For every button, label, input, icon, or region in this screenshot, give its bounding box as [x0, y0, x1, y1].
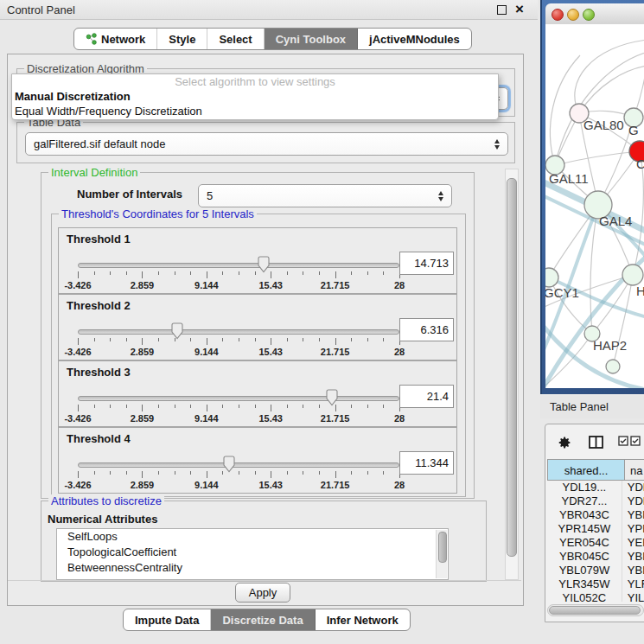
- spinner-arrows-icon[interactable]: [494, 139, 500, 150]
- cell-shared-name[interactable]: YER054C: [547, 536, 622, 550]
- cell-shared-name[interactable]: YIL052C: [547, 591, 622, 602]
- table-row[interactable]: YDL19...YDL1: [547, 481, 644, 494]
- number-of-intervals-spinner[interactable]: 5: [198, 184, 452, 207]
- attribute-item-selfloops[interactable]: SelfLoops: [57, 529, 448, 545]
- gear-icon[interactable]: [558, 436, 571, 452]
- cell-name[interactable]: YBL0: [622, 564, 644, 577]
- cell-name[interactable]: YDL1: [622, 481, 644, 494]
- cell-shared-name[interactable]: YLR345W: [547, 577, 622, 591]
- cell-name[interactable]: YPR1: [622, 522, 644, 536]
- threshold-slider-3[interactable]: -3.4262.8599.14415.4321.71528: [78, 389, 399, 424]
- cell-shared-name[interactable]: YBR045C: [547, 550, 622, 564]
- cell-shared-name[interactable]: YPR145W: [547, 522, 622, 536]
- tick-label: 2.859: [131, 347, 155, 357]
- tab-label: Select: [219, 33, 252, 46]
- apply-button[interactable]: Apply: [235, 583, 290, 603]
- attribute-item-topologicalcoefficient[interactable]: TopologicalCoefficient: [57, 545, 448, 560]
- network-node-h-cut[interactable]: [622, 265, 643, 285]
- split-columns-icon[interactable]: [589, 436, 603, 451]
- threshold-value-field[interactable]: 6.316: [399, 318, 454, 341]
- panel-scrollbar[interactable]: [505, 169, 519, 580]
- node-label-gcy1: GCY1: [545, 285, 579, 300]
- slider-thumb[interactable]: [170, 322, 184, 342]
- slider-thumb[interactable]: [222, 456, 236, 475]
- threshold-slider-2[interactable]: -3.4262.8599.14415.4321.71528: [78, 322, 399, 357]
- scrollbar-thumb[interactable]: [549, 606, 641, 615]
- close-traffic-light-icon[interactable]: [552, 9, 564, 21]
- zoom-traffic-light-icon[interactable]: [583, 9, 595, 21]
- table-row[interactable]: YIL052CYIL0: [547, 591, 644, 602]
- cell-name[interactable]: YLR3: [622, 577, 644, 591]
- tab-discretize-data[interactable]: Discretize Data: [211, 609, 315, 630]
- tick-mark: [126, 271, 127, 275]
- scrollbar-thumb[interactable]: [438, 532, 447, 563]
- list-scrollbar[interactable]: [436, 530, 447, 578]
- cell-shared-name[interactable]: YDL19...: [547, 481, 622, 494]
- network-view-canvas[interactable]: GAL80GCGAL11GAL4GCY1HHAP2: [545, 24, 644, 388]
- tab-jactivemnodules[interactable]: jActiveMNodules: [358, 29, 471, 49]
- tick-label: 2.859: [131, 413, 155, 424]
- float-window-icon[interactable]: [497, 5, 507, 15]
- network-window-titlebar[interactable]: [545, 3, 644, 25]
- network-node-gcy1[interactable]: [545, 268, 558, 287]
- cell-name[interactable]: YIL0: [622, 591, 644, 602]
- threshold-slider-4[interactable]: -3.4262.8599.14415.4321.71528: [78, 456, 399, 490]
- minimize-traffic-light-icon[interactable]: [567, 9, 579, 21]
- checkbox-icon[interactable]: [630, 436, 641, 449]
- tick-mark: [383, 405, 384, 408]
- threshold-value-field[interactable]: 14.713: [399, 252, 454, 275]
- table-row[interactable]: YBL079WYBL0: [547, 564, 644, 577]
- tick-mark: [110, 471, 111, 475]
- table-row[interactable]: YER054CYER0: [547, 536, 644, 550]
- slider-track[interactable]: [78, 263, 399, 268]
- table-row[interactable]: YBR043CYBR0: [547, 508, 644, 522]
- tab-impute-data[interactable]: Impute Data: [124, 609, 211, 630]
- slider-thumb[interactable]: [257, 256, 271, 276]
- threshold-slider-1[interactable]: -3.4262.8599.14415.4321.71528: [78, 256, 399, 290]
- table-row[interactable]: YPR145WYPR1: [547, 522, 644, 536]
- tab-label: Discretize Data: [222, 614, 303, 627]
- scrollbar-thumb[interactable]: [507, 178, 517, 557]
- cell-name[interactable]: YER0: [622, 536, 644, 550]
- tick-mark: [351, 271, 352, 275]
- table-row[interactable]: YBR045CYBR0: [547, 550, 644, 564]
- tab-infer-network[interactable]: Infer Network: [316, 609, 410, 630]
- tab-style[interactable]: Style: [157, 29, 207, 49]
- tab-cyni-toolbox[interactable]: Cyni Toolbox: [265, 29, 358, 49]
- attribute-item-betweennesscentrality[interactable]: BetweennessCentrality: [57, 560, 448, 576]
- spinner-arrows-icon[interactable]: [438, 191, 443, 201]
- slider-track[interactable]: [78, 329, 399, 335]
- cell-shared-name[interactable]: YDR27...: [547, 494, 622, 508]
- close-icon[interactable]: ×: [515, 0, 524, 19]
- slider-track[interactable]: [78, 462, 399, 468]
- slider-track[interactable]: [78, 396, 399, 401]
- table-data-combobox[interactable]: galFiltered.sif default node: [25, 132, 508, 156]
- cell-shared-name[interactable]: YBL079W: [547, 564, 622, 577]
- cell-name[interactable]: YBR0: [622, 508, 644, 522]
- threshold-value-field[interactable]: 21.4: [399, 385, 454, 408]
- cell-name[interactable]: YBR0: [622, 550, 644, 564]
- table-row[interactable]: YDR27...YDR2: [547, 494, 644, 508]
- column-header-name[interactable]: na: [625, 459, 644, 481]
- tab-network[interactable]: Network: [74, 29, 157, 49]
- dropdown-option-equal-width-frequency-discretization[interactable]: Equal Width/Frequency Discretization: [12, 104, 498, 118]
- tab-select[interactable]: Select: [207, 29, 264, 49]
- cell-name[interactable]: YDR2: [622, 494, 644, 508]
- checkbox-icon[interactable]: [618, 436, 628, 449]
- tick-mark: [142, 471, 143, 478]
- slider-thumb[interactable]: [325, 389, 339, 409]
- tick-mark: [255, 338, 256, 341]
- table-row[interactable]: YLR345WYLR3: [547, 577, 644, 591]
- network-edge: [545, 334, 592, 388]
- cell-shared-name[interactable]: YBR043C: [547, 508, 622, 522]
- tick-mark: [271, 338, 271, 345]
- table-horizontal-scrollbar[interactable]: [547, 604, 644, 616]
- tick-label: 2.859: [131, 280, 155, 290]
- column-header-shared[interactable]: shared...: [547, 459, 625, 481]
- dropdown-option-manual-discretization[interactable]: Manual Discretization: [12, 89, 498, 104]
- screen: Control Panel × NetworkStyleSelectCyni T…: [0, 0, 644, 644]
- tick-mark: [126, 405, 127, 408]
- threshold-value-field[interactable]: 11.344: [399, 451, 454, 475]
- network-node-bottom[interactable]: [606, 360, 620, 373]
- tab-label: Impute Data: [135, 614, 199, 627]
